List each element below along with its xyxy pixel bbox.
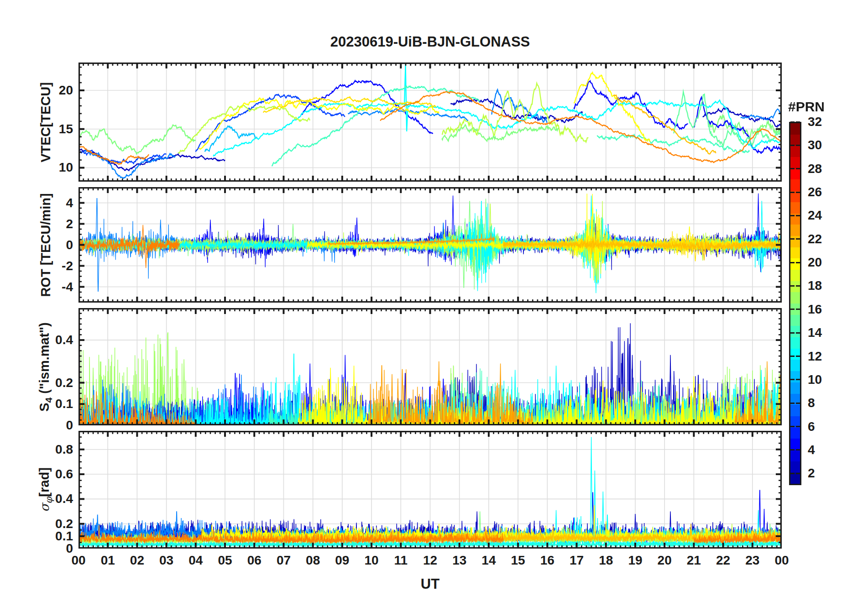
x-axis-label: UT	[78, 576, 782, 592]
colorbar-tick-label: 24	[808, 208, 822, 223]
colorbar-tick-right	[796, 426, 800, 427]
colorbar-tick-left	[790, 379, 795, 380]
x-tick-label: 15	[502, 553, 534, 568]
colorbar-tick-label: 30	[808, 138, 822, 152]
y-tick-label: 0.4	[14, 332, 73, 348]
x-tick-label: 11	[385, 553, 417, 568]
colorbar-segment	[790, 146, 800, 157]
x-tick-label: 16	[531, 553, 563, 568]
x-tick-label: 14	[473, 553, 505, 568]
colorbar-tick-label: 8	[808, 396, 815, 410]
colorbar-segment	[790, 360, 800, 371]
y-tick-label: 0.4	[14, 491, 73, 507]
y-tick-label: 0.8	[14, 442, 73, 457]
colorbar-tick-label: 14	[808, 325, 822, 340]
x-tick-label: 00	[766, 553, 798, 568]
colorbar-segment	[790, 157, 800, 168]
y-tick-label: 2	[14, 216, 73, 232]
x-tick-label: 00	[63, 553, 94, 568]
y-tick-label: -2	[14, 258, 73, 274]
colorbar-segment	[790, 202, 800, 214]
colorbar-tick-right	[796, 238, 800, 240]
colorbar-segment	[790, 236, 800, 247]
y-tick-label: 15	[14, 121, 73, 137]
colorbar-tick-left	[790, 473, 795, 474]
x-tick-label: 17	[561, 553, 593, 568]
y-tick-label: 0	[14, 237, 73, 253]
colorbar-tick-label: 16	[808, 302, 822, 317]
colorbar-segment	[790, 439, 800, 450]
colorbar-tick-right	[796, 449, 800, 450]
colorbar-tick-left	[790, 449, 795, 450]
colorbar-tick-left	[790, 332, 795, 334]
colorbar-tick-right	[796, 356, 800, 357]
panel-vtec	[78, 63, 782, 182]
colorbar-segment	[790, 428, 800, 439]
colorbar-tick-label: 10	[808, 372, 822, 387]
colorbar-tick-left	[790, 215, 795, 216]
panel-s4	[78, 308, 782, 425]
colorbar-tick-right	[796, 262, 800, 263]
colorbar-tick-label: 28	[808, 162, 822, 176]
panel-vtec-canvas	[78, 63, 782, 182]
x-tick-label: 10	[356, 553, 387, 568]
colorbar-tick-right	[796, 473, 800, 474]
colorbar-tick-right	[796, 215, 800, 216]
x-tick-label: 23	[737, 553, 769, 568]
colorbar-title: #PRN	[774, 99, 838, 115]
x-tick-label: 13	[444, 553, 476, 568]
colorbar-tick-right	[796, 192, 800, 193]
panel-rot	[78, 187, 782, 303]
colorbar-segment	[790, 225, 800, 236]
colorbar-tick-left	[790, 356, 795, 357]
colorbar-tick-label: 4	[808, 443, 815, 457]
x-tick-label: 01	[92, 553, 124, 568]
colorbar-tick-right	[796, 145, 800, 146]
colorbar-segment	[790, 472, 800, 484]
colorbar-tick-left	[790, 121, 795, 123]
colorbar-tick-right	[796, 168, 800, 169]
colorbar-tick-label: 20	[808, 255, 822, 270]
panel-s4-canvas	[78, 308, 782, 425]
colorbar-segment	[790, 371, 800, 382]
colorbar-segment	[790, 382, 800, 394]
colorbar-tick-right	[796, 379, 800, 380]
colorbar-segment	[790, 349, 800, 360]
colorbar-tick-left	[790, 168, 795, 169]
colorbar-tick-left	[790, 145, 795, 146]
x-tick-label: 05	[209, 553, 241, 568]
colorbar-tick-left	[790, 285, 795, 287]
colorbar-segment	[790, 292, 800, 304]
colorbar-tick-right	[796, 403, 800, 404]
colorbar-tick-label: 6	[808, 419, 815, 434]
colorbar-tick-right	[796, 309, 800, 310]
panel-sigma	[78, 431, 782, 549]
colorbar-segment	[790, 247, 800, 259]
colorbar-tick-left	[790, 426, 795, 427]
colorbar-tick-label: 32	[808, 115, 822, 129]
x-tick-label: 04	[180, 553, 212, 568]
y-tick-label: 0	[14, 418, 73, 433]
figure: 20230619-UiB-BJN-GLONASS VTEC[TECU] ROT …	[0, 0, 868, 607]
x-tick-label: 07	[267, 553, 299, 568]
panel-rot-canvas	[78, 187, 782, 303]
y-tick-label: 4	[14, 195, 73, 211]
colorbar-segment	[790, 123, 800, 135]
x-tick-label: 08	[297, 553, 329, 568]
y-tick-label: -4	[14, 279, 73, 295]
colorbar-tick-right	[796, 285, 800, 287]
colorbar-segment	[790, 461, 800, 473]
y-tick-label: 0.2	[14, 375, 73, 391]
x-tick-label: 18	[590, 553, 622, 568]
y-tick-label: 10	[14, 160, 73, 175]
x-tick-label: 12	[414, 553, 446, 568]
colorbar-segment	[790, 179, 800, 191]
x-tick-label: 02	[121, 553, 153, 568]
colorbar-tick-label: 18	[808, 278, 822, 293]
colorbar-segment	[790, 337, 800, 349]
x-tick-label: 21	[678, 553, 710, 568]
colorbar-tick-label: 2	[808, 466, 815, 481]
colorbar-segment	[790, 315, 800, 326]
colorbar-segment	[790, 168, 800, 180]
x-tick-label: 03	[151, 553, 183, 568]
